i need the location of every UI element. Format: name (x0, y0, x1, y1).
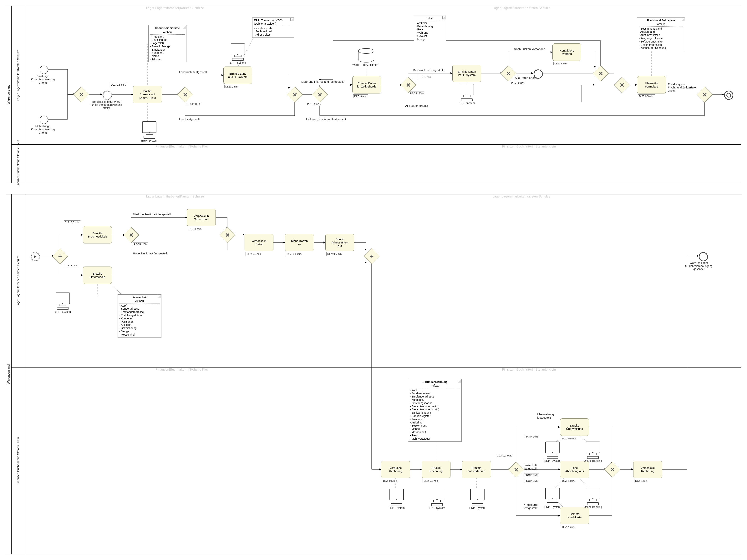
task-adressetikett[interactable]: Bringe Adressetikett auf (326, 234, 354, 251)
task-suche-adresse[interactable]: Suche Adresse auf Komm.- Liste (133, 86, 162, 103)
lane-lager-1: Lager Lagermitarbeiter Karsten Schulze L… (11, 6, 741, 144)
link-event-in (31, 252, 40, 261)
watermark: Lager|Lagermitarbeiter|Karsten Schulze (146, 6, 204, 10)
task-erfasse-zolldaten[interactable]: Erfasse Daten für Zollbehörde (352, 76, 381, 94)
task-ermittle-land[interactable]: Ermittle Land aus IT- System (224, 66, 252, 84)
task-verschicke-rechnung[interactable]: Verschicke Rechnung (633, 461, 662, 478)
erp-system-icon: ERP- System (141, 121, 158, 142)
dlz-label: DLZ: 0,5 min. (382, 479, 399, 482)
erp-system-icon: ERP- System (388, 489, 405, 509)
task-label: Ermittle Zahlverfahren (468, 466, 486, 473)
task-uebermittle-formulare[interactable]: Übermittle Formulare (637, 76, 666, 94)
system-label: ERP- System (544, 505, 561, 508)
system-label: ERP- System (469, 506, 486, 509)
edge-label: Land nicht festgestellt (179, 71, 207, 74)
start-event-label: Einstufige Kommissionierung erfolgt (31, 74, 55, 84)
watermark: Lager|Lagermitarbeiter|Karsten Schulze (492, 6, 550, 10)
watermark: Finanzen|Buchhalterin|Stefanie Klein (502, 145, 556, 148)
edge-label: Kreditkarte festgestellt (523, 503, 538, 510)
task-kontaktiere-vertrieb[interactable]: Kontaktiere Vertrieb (552, 44, 581, 61)
task-klebe-karton[interactable]: Klebe Karton zu (285, 234, 314, 251)
intermediate-event-bereitstellung (103, 90, 112, 100)
erp-system-icon: ERP- System (458, 84, 475, 105)
task-erstelle-lieferschein[interactable]: Erstelle Lieferschein (83, 267, 112, 284)
edge-label: Land festgestellt (179, 117, 200, 121)
pool-label-text: Warenversand (7, 364, 10, 384)
start-event-label: Mehrstufige Kommissionierung erfolgt (31, 125, 55, 134)
dlz-label: DLZ: 2 min. (418, 75, 432, 79)
task-loese-abhebung[interactable]: Löse Abhebung aus (560, 461, 589, 478)
pool-label: Warenversand (6, 6, 11, 183)
lane-label-text: Lager Lagermitarbeiter Karsten Schulze (16, 50, 20, 101)
start-event-einstufig (40, 65, 48, 74)
lane-label: Lager Lagermitarbeiter Karsten Schulze (11, 194, 25, 368)
pool-warenversand-1: Warenversand Lager Lagermitarbeiter Kars… (6, 6, 741, 183)
prop-label: PROP: 15% (523, 479, 539, 482)
prop-label: PROP: 50% (409, 91, 424, 95)
task-verbuche-rechnung[interactable]: Verbuche Rechnung (381, 461, 410, 478)
task-label: Verpacke in Schutzmat. (194, 214, 209, 221)
note-title: Lieferschein (132, 296, 147, 299)
dlz-label: DLZ: 1 min. (634, 479, 649, 482)
end-label: Erstellung von Fracht- und Zollpapieren … (668, 83, 697, 92)
dlz-label: DLZ: 0,5 min. (326, 252, 343, 256)
dlz-label: DLZ: 0,5 min. (246, 252, 262, 256)
note-erp-transaktion: ERP- Transaktion XD03 (Debitor anzeigen)… (252, 18, 294, 38)
dlz-label: DLZ: 0,5 min. (64, 220, 80, 224)
erp-system-icon: ERP- System (428, 489, 446, 509)
lane-label-text: Finanzen Buchhalterin Stefanie Klein (16, 437, 20, 484)
task-drucke-rechnung[interactable]: Drucke Rechnung (421, 461, 450, 478)
dlz-label: DLZ: 0,5 min. (422, 479, 439, 482)
pool-label: Warenversand (6, 194, 11, 554)
erp-system-icon: ERP- System (544, 442, 561, 462)
erp-system-icon: ERP- System (54, 293, 71, 313)
task-label: Löse Abhebung aus (565, 466, 584, 473)
prop-label: PROP: 30% (523, 435, 539, 438)
note-subtitle: Aufbau (410, 384, 460, 387)
task-verpacke-schutz[interactable]: Verpacke in Schutzmat. (187, 209, 216, 226)
edge-label: Überweisung festgestellt (537, 413, 554, 419)
edge-label: Niedrige Festigkeit festgestellt (133, 213, 172, 216)
edge-label: Hohe Festigkeit festgestellt (133, 252, 168, 255)
system-label: Online Banking (582, 505, 603, 508)
note-lieferschein: Lieferschein Aufbau - Kopf- Senderadress… (118, 294, 161, 338)
dlz-label: DLZ: 1 min. (224, 85, 239, 88)
system-label: ERP- System (229, 61, 247, 64)
task-belaste-kreditkarte[interactable]: Belaste Kreditkarte (560, 507, 589, 524)
edge-label: Datenlücken festgestellt (413, 69, 443, 72)
edge-label: Noch Lücken vorhanden (514, 47, 545, 51)
task-label: Bringe Adressetikett auf (332, 238, 348, 247)
prop-label: PROP: 55% (523, 473, 539, 477)
dlz-label: DLZ: 0,5 min. (286, 252, 303, 256)
task-drucke-ueberweisung[interactable]: Drucke Überweisung (560, 419, 589, 436)
prop-label: PROP: 90% (306, 102, 321, 106)
task-bruchfestigkeit[interactable]: Ermittle Bruchfestigkeit (83, 226, 112, 243)
lane-label: Lager Lagermitarbeiter Karsten Schulze (11, 6, 25, 144)
dlz-label: DLZ: 3 min. (353, 95, 368, 98)
pool-warenversand-2: Warenversand Lager Lagermitarbeiter Kars… (6, 194, 741, 554)
edge-label: Lastschrift festgestellt (523, 464, 537, 470)
online-banking-icon: Online Banking (582, 488, 603, 508)
start-event-mehrstufig (40, 115, 48, 124)
task-ermittle-zahlverfahren[interactable]: Ermittle Zahlverfahren (462, 461, 491, 478)
note-subtitle: Formular (639, 23, 683, 26)
end-event-label: Ware ins Lager für den Warenausgang gese… (685, 261, 713, 271)
task-ermittle-daten-it[interactable]: Ermittle Daten im IT- System (453, 64, 481, 82)
prop-label: PROP: 80% (186, 102, 201, 106)
database-waren-zoll-icon (358, 48, 374, 62)
end-event-ware-lager (699, 252, 708, 261)
dlz-label: DLZ: 1 min. (188, 227, 202, 231)
watermark: Finanzen|Buchhalterin|Stefanie Klein (502, 368, 556, 371)
system-label: ERP- System (458, 102, 475, 105)
task-verpacke-karton[interactable]: Verpacke in Karton (244, 234, 274, 251)
task-label: Erfasse Daten für Zollbehörde (357, 82, 377, 88)
watermark: Lager|Lagermitarbeiter|Karsten Schulze (492, 195, 550, 198)
erp-system-icon: ERP- System (544, 488, 561, 508)
online-banking-icon: Online Banking (582, 442, 603, 462)
task-label: Drucke Überweisung (566, 424, 583, 431)
lane-finanzen-2: Finanzen Buchhalterin Stefanie Klein Fin… (11, 368, 741, 554)
task-label: Klebe Karton zu (291, 239, 308, 246)
system-label: ERP- System (388, 506, 405, 509)
task-label: Verbuche Rechnung (389, 466, 402, 473)
lane-label: Finanzen Buchhalterin Stefanie Klein (11, 368, 25, 554)
